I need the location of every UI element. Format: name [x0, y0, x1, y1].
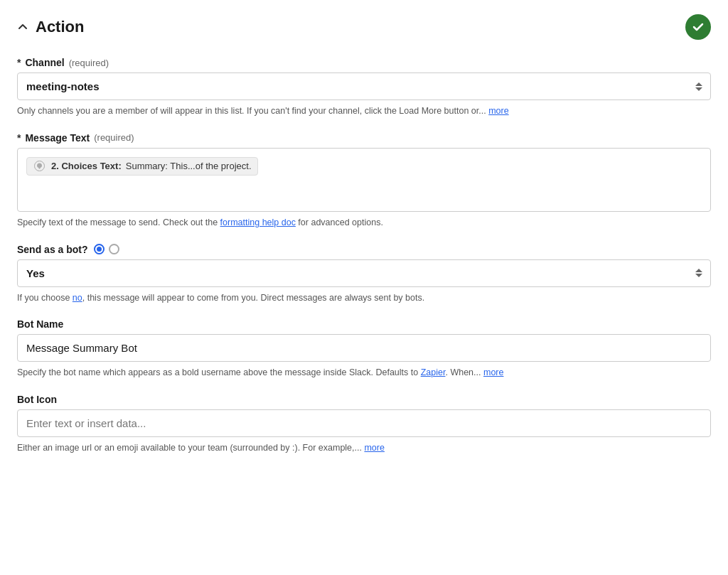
send-as-bot-radio-group [94, 244, 119, 254]
message-text-label: * Message Text (required) [17, 132, 711, 144]
bot-icon-more-link[interactable]: more [364, 443, 384, 453]
radio-yes[interactable] [94, 244, 105, 254]
bot-name-input[interactable] [17, 334, 711, 362]
radio-no[interactable] [109, 244, 119, 254]
zapier-link[interactable]: Zapier [421, 367, 446, 377]
channel-select[interactable]: meeting-notes [17, 72, 711, 100]
bot-name-field-group: Bot Name Specify the bot name which appe… [17, 318, 711, 380]
success-checkmark-icon [685, 14, 711, 40]
message-text-hint: Specify text of the message to send. Che… [17, 216, 711, 230]
channel-more-link[interactable]: more [488, 106, 508, 116]
bot-name-label: Bot Name [17, 318, 711, 330]
channel-select-wrapper: meeting-notes [17, 72, 711, 100]
collapse-icon[interactable] [17, 21, 28, 33]
send-as-bot-hint: If you choose no, this message will appe… [17, 291, 711, 305]
send-as-bot-no-link[interactable]: no [73, 293, 82, 303]
token-value: Summary: This...of the project. [126, 161, 252, 171]
send-as-bot-select-wrapper: Yes [17, 259, 711, 287]
bot-name-more-link[interactable]: more [483, 367, 503, 377]
message-text-field-group: * Message Text (required) 2. Choices Tex… [17, 132, 711, 230]
page-title: Action [36, 18, 84, 36]
channel-field-group: * Channel (required) meeting-notes Only … [17, 57, 711, 118]
bot-icon-hint: Either an image url or an emoji availabl… [17, 441, 711, 455]
formatting-help-link[interactable]: formatting help doc [220, 217, 296, 227]
openai-icon [33, 160, 46, 173]
bot-icon-label: Bot Icon [17, 394, 711, 405]
channel-hint: Only channels you are a member of will a… [17, 104, 711, 118]
bot-icon-input[interactable] [17, 409, 711, 437]
token-chip[interactable]: 2. Choices Text: Summary: This...of the … [26, 157, 258, 176]
action-header: Action [17, 14, 711, 40]
token-label: 2. Choices Text: [51, 161, 122, 171]
channel-label: * Channel (required) [17, 57, 711, 68]
send-as-bot-select[interactable]: Yes [17, 259, 711, 287]
send-as-bot-row: Send as a bot? [17, 244, 711, 255]
send-as-bot-field-group: Send as a bot? Yes If you choose no, thi… [17, 244, 711, 305]
header-left: Action [17, 18, 84, 36]
bot-icon-field-group: Bot Icon Either an image url or an emoji… [17, 394, 711, 455]
bot-name-hint: Specify the bot name which appears as a … [17, 366, 711, 380]
message-text-area[interactable]: 2. Choices Text: Summary: This...of the … [17, 148, 711, 212]
page-wrapper: Action * Channel (required) meeting-note… [0, 0, 728, 575]
